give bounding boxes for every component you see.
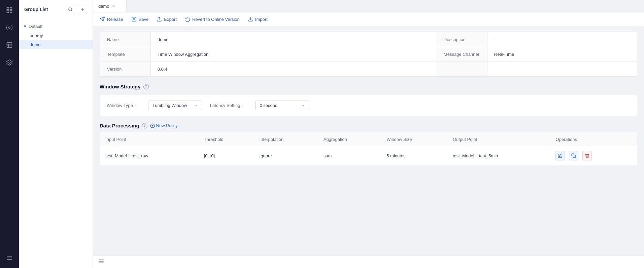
add-group-button[interactable] xyxy=(78,5,87,14)
col-input-point: Input Point xyxy=(100,133,199,146)
col-output-point: Output Point xyxy=(447,133,550,146)
toolbar: Release Save Export Revert to Online Ver… xyxy=(93,12,644,26)
tab-bar: demo × xyxy=(93,0,644,12)
plus-circle-icon xyxy=(150,123,155,128)
bottom-menu-icon[interactable] xyxy=(3,252,15,264)
label-version: Version xyxy=(100,62,151,77)
svg-rect-5 xyxy=(7,43,12,48)
import-button[interactable]: Import xyxy=(248,16,268,22)
revert-button[interactable]: Revert to Online Version xyxy=(185,16,240,22)
search-button[interactable] xyxy=(66,5,75,14)
label-template: Template xyxy=(100,47,151,62)
window-strategy-row: Window Type： Tumbling Window Latency Set… xyxy=(100,95,637,116)
value-empty xyxy=(487,62,637,77)
delete-button[interactable] xyxy=(582,151,592,160)
edit-button[interactable] xyxy=(555,151,565,160)
window-type-label: Window Type： xyxy=(107,103,137,109)
tree-root-default[interactable]: ▼ Default xyxy=(19,22,93,31)
chevron-down-icon xyxy=(194,104,198,108)
cell-window-size: 5 minutes xyxy=(381,146,447,165)
data-processing-section: Data Processing ? New Policy Input Point… xyxy=(100,123,637,165)
group-panel: Group List ▼ Default energy demo xyxy=(19,0,93,268)
export-icon xyxy=(157,16,162,22)
chart-icon[interactable] xyxy=(3,39,15,51)
value-name: demo xyxy=(151,32,437,47)
bottom-bar xyxy=(93,255,644,268)
tab-close-button[interactable]: × xyxy=(112,3,115,9)
col-aggregation: Aggregation xyxy=(318,133,381,146)
label-message-channel: Message Channel xyxy=(437,47,487,62)
cell-interpolation: Ignore xyxy=(254,146,318,165)
cell-threshold: [0,10] xyxy=(199,146,254,165)
window-strategy-help-icon[interactable]: ? xyxy=(143,84,149,89)
chevron-down-icon xyxy=(301,104,305,108)
latency-select[interactable]: 0 second xyxy=(255,101,309,110)
col-window-size: Window Size xyxy=(381,133,447,146)
svg-marker-9 xyxy=(7,60,12,64)
layers-icon[interactable] xyxy=(3,56,15,69)
window-type-select[interactable]: Tumbling Window xyxy=(148,101,202,110)
label-empty xyxy=(437,62,487,77)
svg-point-13 xyxy=(69,8,72,11)
chevron-down-icon: ▼ xyxy=(23,24,27,29)
data-processing-header: Data Processing ? New Policy xyxy=(100,123,637,128)
info-table: Name demo Description - Template Time Wi… xyxy=(100,32,637,77)
value-template: Time Window Aggregation xyxy=(151,47,437,62)
cell-output-point: test_Model :: test_5min xyxy=(447,146,550,165)
col-interpolation: Interpolation xyxy=(254,133,318,146)
tree-root-label: Default xyxy=(29,24,42,29)
export-button[interactable]: Export xyxy=(157,16,177,22)
copy-button[interactable] xyxy=(569,151,578,160)
window-strategy-section: Window Strategy ? Window Type： Tumbling … xyxy=(100,84,637,116)
latency-label: Latency Setting： xyxy=(210,103,245,109)
label-description: Description xyxy=(437,32,487,47)
col-operations: Operations xyxy=(550,133,637,146)
action-icons xyxy=(555,151,632,160)
table-row: test_Model :: test_raw [0,10] Ignore sum… xyxy=(100,146,637,165)
content-area: Name demo Description - Template Time Wi… xyxy=(93,26,644,255)
tree-child-demo[interactable]: demo xyxy=(19,40,93,49)
label-name: Name xyxy=(100,32,151,47)
group-panel-actions xyxy=(66,5,87,14)
col-threshold: Threshold xyxy=(199,133,254,146)
value-description: - xyxy=(487,32,637,47)
svg-rect-0 xyxy=(7,8,9,10)
svg-point-4 xyxy=(9,27,10,29)
new-policy-button[interactable]: New Policy xyxy=(150,123,178,128)
main-content: demo × Release Save Export R xyxy=(93,0,644,268)
data-processing-title: Data Processing ? xyxy=(100,123,147,128)
release-button[interactable]: Release xyxy=(100,16,123,22)
cell-operations xyxy=(550,146,637,165)
window-strategy-title: Window Strategy ? xyxy=(100,84,637,89)
svg-rect-1 xyxy=(10,8,12,10)
grid-icon[interactable] xyxy=(3,4,15,16)
sidebar-icons xyxy=(0,0,19,268)
bottom-menu-icon[interactable] xyxy=(98,258,104,265)
svg-line-14 xyxy=(71,10,72,11)
save-button[interactable]: Save xyxy=(131,16,149,22)
tab-label: demo xyxy=(98,4,109,9)
data-processing-help-icon[interactable]: ? xyxy=(142,123,147,128)
cell-aggregation: sum xyxy=(318,146,381,165)
import-icon xyxy=(248,16,253,22)
tab-demo[interactable]: demo × xyxy=(93,0,127,12)
revert-icon xyxy=(185,16,190,22)
value-message-channel: Real-Time xyxy=(487,47,637,62)
cell-input-point: test_Model :: test_raw xyxy=(100,146,199,165)
svg-rect-3 xyxy=(10,11,12,13)
tree-child-energy[interactable]: energy xyxy=(19,31,93,40)
group-tree: ▼ Default energy demo xyxy=(19,19,93,268)
filter-icon[interactable] xyxy=(3,22,15,34)
data-processing-table: Input Point Threshold Interpolation Aggr… xyxy=(100,132,637,165)
svg-rect-23 xyxy=(573,155,576,158)
group-panel-header: Group List xyxy=(19,0,93,19)
svg-rect-2 xyxy=(7,11,9,13)
value-version: 0.0.4 xyxy=(151,62,437,77)
release-icon xyxy=(100,16,105,22)
group-panel-title: Group List xyxy=(24,7,48,12)
save-icon xyxy=(131,16,137,22)
